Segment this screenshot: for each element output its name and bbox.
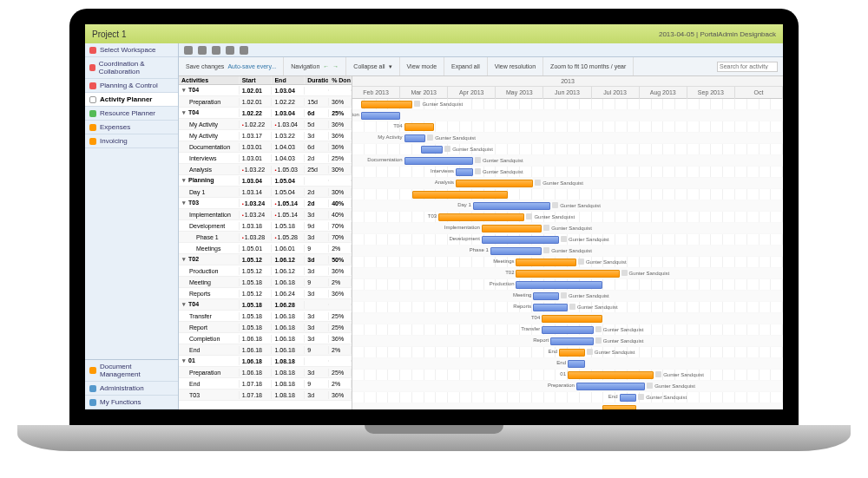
gantt-row: MeetingGunter Sandquist bbox=[352, 291, 783, 302]
table-row[interactable]: Implementation•1.03.24•1.05.143d40% bbox=[179, 209, 352, 220]
person-icon bbox=[543, 247, 549, 253]
gantt-bar[interactable] bbox=[602, 405, 637, 409]
content: Save changes Auto-save every... Navigati… bbox=[179, 43, 783, 409]
gantt-bar[interactable] bbox=[404, 123, 435, 131]
search-input[interactable] bbox=[717, 62, 778, 72]
gantt-bar[interactable] bbox=[516, 281, 602, 289]
sidebar-item[interactable]: Document Management bbox=[85, 360, 178, 382]
table-row[interactable]: ▾T041.02.011.03.04 bbox=[179, 85, 352, 96]
assignee-label: Gunter Sandquist bbox=[543, 225, 592, 231]
toolbar-icon[interactable] bbox=[226, 46, 234, 55]
table-row[interactable]: ▾T021.05.121.06.123d50% bbox=[179, 254, 352, 265]
table-row[interactable]: Report1.05.181.06.183d25% bbox=[179, 322, 352, 333]
sidebar-item[interactable]: Administration bbox=[85, 382, 178, 396]
sidebar-item[interactable]: Invoicing bbox=[85, 134, 178, 148]
table-row[interactable]: Production1.05.121.06.123d36% bbox=[179, 265, 352, 277]
table-row[interactable]: Completion1.06.181.06.183d36% bbox=[179, 333, 352, 344]
col-end[interactable]: End bbox=[272, 76, 305, 84]
gantt-bar[interactable] bbox=[516, 259, 575, 266]
table-row[interactable]: Phase 1•1.03.28•1.05.283d70% bbox=[179, 232, 352, 243]
table-row[interactable]: ▾011.06.181.08.18 bbox=[179, 356, 352, 367]
gantt-bar[interactable] bbox=[361, 101, 413, 108]
gantt-row: T02Gunter Sandquist bbox=[352, 268, 783, 279]
col-name[interactable]: Activities bbox=[179, 76, 240, 84]
gantt-bar[interactable] bbox=[533, 292, 559, 300]
person-icon bbox=[569, 304, 575, 310]
table-row[interactable]: ▾T041.05.181.06.28 bbox=[179, 299, 352, 311]
gantt-bar[interactable] bbox=[456, 168, 473, 176]
sidebar-item[interactable]: Select Workspace bbox=[85, 43, 178, 57]
gantt-bar[interactable] bbox=[516, 270, 619, 278]
gantt-bar[interactable] bbox=[620, 394, 637, 402]
bar-text: End bbox=[548, 349, 557, 354]
gantt-bar[interactable] bbox=[473, 202, 550, 210]
sidebar-item[interactable]: Planning & Control bbox=[85, 79, 178, 93]
assignee-label: Gunter Sandquist bbox=[543, 247, 592, 253]
gantt-row: DevelopmentGunter Sandquist bbox=[352, 234, 783, 246]
gantt-bar[interactable] bbox=[542, 315, 602, 323]
table-row[interactable]: Preparation1.06.181.08.183d25% bbox=[179, 367, 352, 378]
gantt-bar[interactable] bbox=[404, 134, 426, 142]
table-row[interactable]: Reports1.05.121.06.243d36% bbox=[179, 288, 352, 299]
gantt-bar[interactable] bbox=[361, 112, 400, 120]
toolbar-icon[interactable] bbox=[184, 46, 193, 55]
gantt-header: 2013 Feb 2013Mar 2013Apr 2013May 2013Jun… bbox=[352, 76, 783, 99]
gantt-bar[interactable] bbox=[412, 191, 507, 199]
sidebar-item[interactable]: Resource Planner bbox=[85, 107, 178, 121]
col-dur[interactable]: Duration bbox=[305, 76, 329, 84]
table-row[interactable]: My Activity1.03.171.03.223d36% bbox=[179, 130, 352, 141]
gantt-bar[interactable] bbox=[421, 146, 443, 154]
table-row[interactable]: Preparation1.02.011.02.2215d36% bbox=[179, 96, 352, 108]
gantt-bar[interactable] bbox=[568, 371, 654, 379]
table-row[interactable]: ▾T041.02.221.03.046d25% bbox=[179, 108, 352, 119]
gantt-bar[interactable] bbox=[542, 326, 594, 334]
col-start[interactable]: Start bbox=[240, 76, 273, 84]
sidebar-item[interactable]: Activity Planner bbox=[85, 93, 178, 107]
table-row[interactable]: My Activity•1.02.22•1.03.045d36% bbox=[179, 119, 352, 130]
gantt-bar[interactable] bbox=[568, 360, 585, 368]
table-row[interactable]: T031.07.181.08.183d36% bbox=[179, 390, 352, 401]
gantt-bar[interactable] bbox=[533, 304, 568, 311]
gantt-bar[interactable] bbox=[482, 225, 542, 232]
zoom-section[interactable]: Zoom to fit 10 months / year bbox=[543, 57, 634, 75]
gantt-bar[interactable] bbox=[490, 247, 542, 255]
table-row[interactable]: Meeting1.05.181.06.1892% bbox=[179, 277, 352, 288]
gantt-month: Aug 2013 bbox=[640, 87, 687, 99]
col-done[interactable]: % Done bbox=[329, 76, 352, 84]
gantt-bar[interactable] bbox=[576, 383, 645, 390]
gantt-bar[interactable] bbox=[559, 349, 585, 357]
table-row[interactable]: Documentation1.03.011.04.036d36% bbox=[179, 141, 352, 153]
table-row[interactable]: Analysis•1.03.22•1.05.0325d30% bbox=[179, 164, 352, 175]
gantt-row: EndGunter Sandquist bbox=[352, 392, 783, 403]
table-row[interactable]: ▾Planning1.03.041.05.04 bbox=[179, 175, 352, 187]
toolbar-icon[interactable] bbox=[198, 46, 207, 55]
table-row[interactable]: Transfer1.05.181.06.183d25% bbox=[179, 311, 352, 322]
gantt-row: Preparation bbox=[352, 110, 783, 121]
gantt-bar[interactable] bbox=[438, 213, 524, 221]
table-row[interactable]: ▾T03•1.03.24•1.05.142d40% bbox=[179, 198, 352, 209]
autosave-link[interactable]: Auto-save every... bbox=[227, 63, 276, 69]
toolbar-icon[interactable] bbox=[240, 46, 248, 55]
table-row[interactable]: Development1.03.181.05.189d70% bbox=[179, 220, 352, 232]
sidebar-item[interactable]: My Functions bbox=[85, 396, 178, 409]
gantt-bar[interactable] bbox=[404, 157, 473, 165]
sidebar-item[interactable]: Expenses bbox=[85, 121, 178, 134]
app-screen: Project 1 2013-04-05 | PortalAdmin Desig… bbox=[85, 24, 783, 409]
assignee-label: Gunter Sandquist bbox=[526, 213, 575, 219]
gantt-bar[interactable] bbox=[482, 236, 559, 244]
assignee-label: Gunter Sandquist bbox=[647, 383, 695, 389]
table-row[interactable]: Meetings1.05.011.06.0192% bbox=[179, 243, 352, 254]
gantt-bar[interactable] bbox=[456, 180, 533, 187]
expand-section[interactable]: Expand all bbox=[444, 57, 488, 75]
gantt-bar[interactable] bbox=[550, 337, 594, 345]
sidebar-item[interactable]: Coordination & Collaboration bbox=[85, 57, 178, 79]
gantt-row: InterviewsGunter Sandquist bbox=[352, 167, 783, 178]
gantt-chart[interactable]: 2013 Feb 2013Mar 2013Apr 2013May 2013Jun… bbox=[352, 76, 783, 409]
toolbar-icon[interactable] bbox=[212, 46, 220, 55]
table-row[interactable]: End1.06.181.06.1892% bbox=[179, 344, 352, 356]
table-row[interactable]: Interviews1.03.011.04.032d25% bbox=[179, 153, 352, 164]
collapse-section[interactable]: Collapse all ▾ bbox=[346, 57, 399, 75]
person-icon bbox=[475, 157, 481, 163]
table-row[interactable]: Day 11.03.141.05.042d30% bbox=[179, 187, 352, 198]
table-row[interactable]: End1.07.181.08.1892% bbox=[179, 378, 352, 390]
